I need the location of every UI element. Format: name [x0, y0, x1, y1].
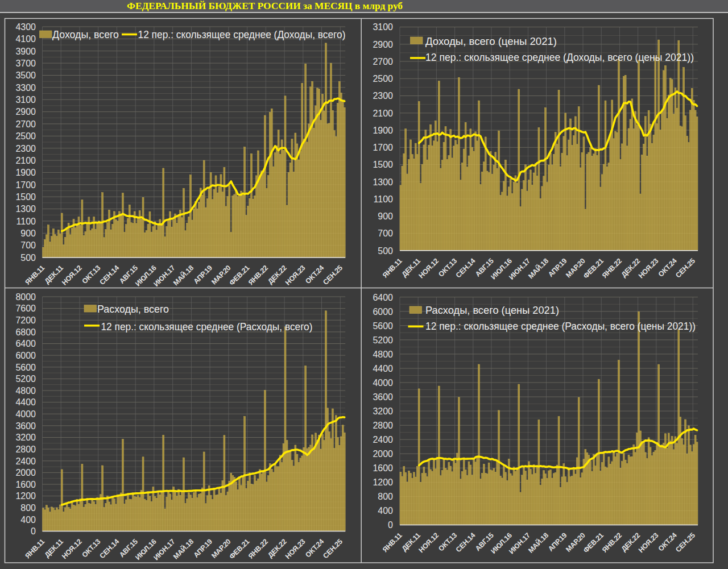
svg-text:1600: 1600 — [15, 480, 36, 489]
svg-text:2000: 2000 — [373, 449, 393, 459]
svg-text:900: 900 — [20, 229, 36, 238]
svg-text:2800: 2800 — [373, 421, 393, 430]
svg-text:1900: 1900 — [15, 168, 36, 177]
svg-text:6000: 6000 — [373, 307, 393, 317]
svg-text:3300: 3300 — [15, 83, 36, 93]
svg-text:2000: 2000 — [15, 468, 36, 477]
svg-text:1900: 1900 — [373, 126, 393, 135]
svg-text:800: 800 — [378, 492, 393, 501]
svg-text:2300: 2300 — [15, 144, 36, 153]
svg-text:4300: 4300 — [15, 22, 36, 32]
svg-text:2700: 2700 — [373, 57, 393, 67]
svg-text:2800: 2800 — [15, 445, 36, 454]
svg-text:1300: 1300 — [373, 177, 393, 187]
svg-text:2100: 2100 — [15, 156, 36, 165]
svg-text:2500: 2500 — [15, 131, 36, 141]
svg-text:5200: 5200 — [373, 335, 393, 345]
svg-text:1500: 1500 — [373, 160, 393, 169]
svg-text:3700: 3700 — [15, 59, 36, 68]
svg-text:4800: 4800 — [373, 350, 393, 359]
svg-text:3100: 3100 — [373, 22, 393, 32]
svg-text:2900: 2900 — [373, 40, 393, 49]
svg-text:7200: 7200 — [15, 315, 36, 325]
svg-text:3200: 3200 — [373, 406, 393, 416]
svg-text:700: 700 — [378, 229, 393, 238]
svg-text:Расходы, всего (цены 2021): Расходы, всего (цены 2021) — [425, 304, 559, 316]
svg-text:2700: 2700 — [15, 119, 36, 129]
svg-text:500: 500 — [378, 246, 393, 256]
svg-text:400: 400 — [20, 515, 36, 525]
svg-text:12 пер.: скользящее среднее (Д: 12 пер.: скользящее среднее (Доходы, все… — [138, 28, 346, 40]
svg-text:1200: 1200 — [15, 491, 36, 501]
svg-text:0: 0 — [388, 520, 393, 530]
svg-text:3900: 3900 — [15, 47, 36, 56]
svg-text:1100: 1100 — [16, 217, 36, 226]
svg-text:4400: 4400 — [373, 364, 393, 373]
svg-text:Расходы, всего: Расходы, всего — [97, 303, 169, 315]
svg-text:12 пер.: скользящее среднее (Р: 12 пер.: скользящее среднее (Расходы, вс… — [101, 321, 313, 333]
svg-text:6000: 6000 — [15, 351, 36, 360]
svg-text:2400: 2400 — [373, 435, 393, 445]
svg-text:1100: 1100 — [374, 194, 394, 204]
svg-text:4800: 4800 — [15, 386, 36, 396]
svg-text:3600: 3600 — [373, 392, 393, 402]
svg-text:12 пер.: скользящее среднее (Д: 12 пер.: скользящее среднее (Доходы, все… — [425, 51, 694, 63]
svg-text:3200: 3200 — [15, 433, 36, 442]
svg-text:1200: 1200 — [373, 477, 393, 487]
svg-text:Доходы, всего (цены 2021): Доходы, всего (цены 2021) — [425, 35, 557, 47]
svg-text:6400: 6400 — [15, 339, 36, 348]
svg-text:400: 400 — [378, 506, 393, 516]
svg-text:700: 700 — [20, 240, 36, 250]
svg-text:3100: 3100 — [15, 95, 36, 105]
svg-text:900: 900 — [378, 211, 393, 221]
svg-text:2500: 2500 — [373, 74, 393, 84]
svg-text:6800: 6800 — [15, 327, 36, 337]
svg-text:6400: 6400 — [373, 293, 393, 302]
svg-text:2400: 2400 — [15, 456, 36, 466]
svg-text:4000: 4000 — [15, 409, 36, 419]
svg-text:2300: 2300 — [373, 91, 393, 101]
svg-text:800: 800 — [20, 503, 36, 513]
svg-text:8000: 8000 — [15, 292, 36, 302]
svg-text:4100: 4100 — [15, 34, 36, 44]
svg-text:1600: 1600 — [373, 463, 393, 473]
svg-text:2100: 2100 — [373, 109, 393, 118]
svg-text:7600: 7600 — [15, 304, 36, 313]
svg-text:1300: 1300 — [15, 204, 36, 214]
svg-text:3600: 3600 — [15, 421, 36, 431]
svg-text:Доходы, всего: Доходы, всего — [52, 28, 119, 40]
svg-text:3500: 3500 — [15, 70, 36, 80]
svg-text:1700: 1700 — [373, 143, 393, 152]
svg-text:2900: 2900 — [15, 107, 36, 117]
svg-text:4000: 4000 — [373, 378, 393, 388]
svg-text:ФЕДЕРАЛЬНЫЙ БЮДЖЕТ РОССИИ за М: ФЕДЕРАЛЬНЫЙ БЮДЖЕТ РОССИИ за МЕСЯЦ в млр… — [127, 0, 403, 11]
svg-text:5200: 5200 — [15, 374, 36, 384]
svg-text:4400: 4400 — [15, 397, 36, 407]
svg-text:500: 500 — [20, 253, 36, 263]
svg-text:5600: 5600 — [15, 363, 36, 372]
svg-text:5600: 5600 — [373, 321, 393, 331]
svg-text:1700: 1700 — [15, 180, 36, 190]
svg-text:1500: 1500 — [15, 192, 36, 202]
svg-text:12 пер.: скользящее среднее (Р: 12 пер.: скользящее среднее (Расходы, вс… — [425, 320, 696, 332]
svg-text:0: 0 — [31, 526, 36, 536]
